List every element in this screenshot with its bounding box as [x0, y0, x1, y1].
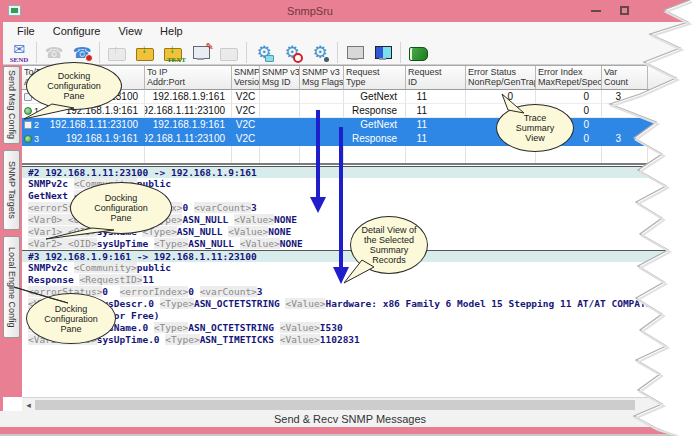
- trace-table-header: To/From IPAddr:PortTo IPAddr:PortSNMPVer…: [22, 66, 700, 90]
- column-header[interactable]: RequestID: [406, 66, 466, 90]
- callout-trace-summary: Trace Summary View: [496, 104, 574, 152]
- column-header[interactable]: SNMP v3Msg ID: [260, 66, 300, 90]
- security-settings-button[interactable]: [306, 40, 334, 64]
- phone-trace-icon: [43, 44, 65, 61]
- column-header[interactable]: Error StatusNonRep/GenTrapV: [466, 66, 536, 90]
- resume-trace-button[interactable]: [68, 40, 96, 64]
- trace-table-body: 0192.168.1.11:23100192.168.1.9:161V2CGet…: [22, 90, 700, 163]
- empty-cell: [260, 146, 300, 163]
- menu-bar: FileConfigureViewHelp: [3, 22, 700, 40]
- table-row[interactable]: 3192.168.1.9:161192.168.1.11:23100V2CRes…: [22, 132, 700, 146]
- req-id-cell: 11: [406, 118, 466, 132]
- toolbar: SENDTEXT✎: [3, 40, 700, 65]
- scrollbar-thumb[interactable]: [35, 400, 635, 410]
- window-bottom-border: [0, 427, 700, 434]
- column-header[interactable]: VarCount: [602, 66, 648, 90]
- from-ip-cell: 192.168.1.11:23100: [50, 119, 144, 130]
- dock-tab-snmp-targets[interactable]: SNMP Targets: [3, 150, 20, 230]
- req-id-cell: 11: [406, 90, 466, 104]
- table-row[interactable]: 1192.168.1.9:161192.168.1.11:23100V2CRes…: [22, 104, 700, 118]
- menu-help[interactable]: Help: [151, 24, 192, 38]
- detail-line: <Var2> <OID>sysUpTime.0 <Type>ASN_TIMETI…: [22, 334, 700, 346]
- monitor-plain-icon: [344, 44, 366, 61]
- detail-line: <errorStatus>0 <errorIndex>0 <varCount>3: [22, 286, 700, 298]
- to-cell: 192.168.1.11:23100: [145, 104, 232, 118]
- row-number: 1: [34, 106, 39, 116]
- menu-configure[interactable]: Configure: [44, 24, 110, 38]
- folder-download-icon: [134, 44, 156, 61]
- gear-user-icon: [253, 44, 275, 61]
- toolbar-button-label: SEND: [10, 57, 29, 64]
- msg-flags-cell: [300, 118, 344, 132]
- app-window: SnmpSru FileConfigureViewHelp SENDTEXT✎ …: [0, 0, 700, 436]
- save-trace-button[interactable]: [131, 40, 159, 64]
- var-count-cell: 3: [602, 90, 648, 104]
- var-count-cell: 3: [602, 132, 648, 146]
- dock-tab-local-engine-config[interactable]: Local Engine Config: [3, 236, 20, 338]
- detail-line: Response <RequestID>11: [22, 274, 700, 286]
- record-settings-button[interactable]: [278, 40, 306, 64]
- empty-cell: [22, 146, 145, 163]
- empty-cell: [300, 146, 344, 163]
- help-book-button[interactable]: [404, 40, 432, 64]
- detail-line: 00 Multiprocessor Free): [22, 310, 700, 322]
- screen-log-button[interactable]: ✎: [187, 40, 215, 64]
- msg-id-cell: [260, 118, 300, 132]
- empty-cell: [648, 132, 700, 146]
- empty-table-row: [22, 146, 700, 163]
- send-envelope-icon: [8, 40, 30, 57]
- column-header[interactable]: Error IndexMaxRepet/SpecTra: [536, 66, 602, 90]
- dock-tab-send-msg-config[interactable]: Send Msg Config: [3, 66, 20, 144]
- req-type-cell: GetNext: [344, 118, 406, 132]
- table-row[interactable]: 2192.168.1.11:23100192.168.1.9:161V2CGet…: [22, 118, 700, 132]
- receive-eye-icon: [24, 107, 32, 115]
- req-type-cell: Response: [344, 104, 406, 118]
- folder-upload-icon: [106, 44, 128, 61]
- gear-lock-icon: [309, 44, 331, 61]
- window-title: SnmpSru: [0, 5, 620, 17]
- menu-file[interactable]: File: [8, 24, 44, 38]
- column-header[interactable]: RequestType: [344, 66, 406, 90]
- toolbar-button-label: TEXT: [167, 57, 186, 64]
- column-header[interactable]: SNMP v3Msg Flags: [300, 66, 344, 90]
- dock-strip: Send Msg ConfigSNMP TargetsLocal Engine …: [0, 65, 22, 397]
- folder-gray-icon: [218, 44, 240, 61]
- version-cell: V2C: [232, 132, 260, 146]
- send-button[interactable]: SEND: [5, 40, 33, 64]
- status-text: Send & Recv SNMP Messages: [274, 413, 426, 425]
- display-color-button[interactable]: [369, 40, 397, 64]
- row-number: 3: [34, 134, 39, 144]
- table-row[interactable]: 0192.168.1.11:23100192.168.1.9:161V2CGet…: [22, 90, 700, 104]
- monitor-edit-icon: ✎: [190, 44, 212, 61]
- gear-record-icon: [281, 44, 303, 61]
- horizontal-scrollbar[interactable]: ◂: [22, 397, 700, 411]
- empty-cell: [648, 146, 700, 163]
- to-cell: 192.168.1.11:23100: [145, 132, 232, 146]
- menu-view[interactable]: View: [109, 24, 151, 38]
- callout-docking-config-3: Docking Configuration Pane: [26, 293, 116, 344]
- detail-line: <Var0> <OID>sysDescr.0 <Type>ASN_OCTETST…: [22, 298, 700, 310]
- msg-flags-cell: [300, 104, 344, 118]
- phone-trace-clock-icon: [71, 44, 93, 61]
- to-cell: 192.168.1.9:161: [145, 118, 232, 132]
- version-cell: V2C: [232, 104, 260, 118]
- open-trace-button: [103, 40, 131, 64]
- toolbar-separator: [400, 42, 401, 63]
- maximize-icon[interactable]: [620, 6, 629, 15]
- minimize-icon[interactable]: [591, 10, 601, 12]
- column-header[interactable]: [648, 66, 700, 90]
- msg-flags-cell: [300, 90, 344, 104]
- err-status-cell: 0: [466, 90, 536, 104]
- column-header[interactable]: To IPAddr:Port: [145, 66, 232, 90]
- err-index-cell: 0: [536, 90, 602, 104]
- req-id-cell: 11: [406, 132, 466, 146]
- callout-docking-config-2: Docking Configuration Pane: [70, 182, 172, 234]
- from-ip-cell: 192.168.1.9:161: [66, 133, 144, 144]
- to-cell: 192.168.1.9:161: [145, 90, 232, 104]
- display-plain-button[interactable]: [341, 40, 369, 64]
- callout-docking-config-1: Docking Configuration Pane: [26, 62, 122, 110]
- scroll-left-arrow-icon[interactable]: ◂: [22, 399, 35, 411]
- agent-settings-button[interactable]: [250, 40, 278, 64]
- save-trace-text-button[interactable]: TEXT: [159, 40, 187, 64]
- column-header[interactable]: SNMPVersion: [232, 66, 260, 90]
